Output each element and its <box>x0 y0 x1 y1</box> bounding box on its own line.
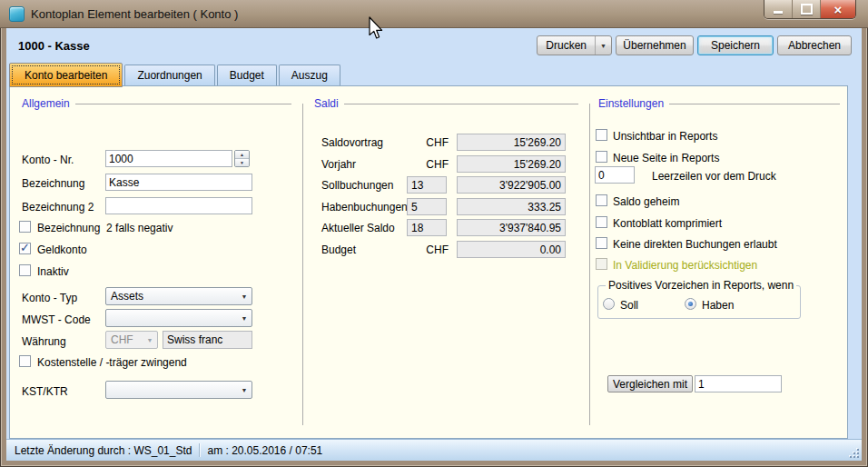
saldi-row-count: 13 <box>407 176 447 194</box>
saldi-row-label: Habenbuchungen <box>321 201 408 214</box>
group-allgemein-title: Allgemein <box>22 97 70 110</box>
tab-zuordnungen[interactable]: Zuordnungen <box>124 65 214 85</box>
saldi-row-amount: 333.25 <box>457 198 566 215</box>
mwst-code-select[interactable]: ▼ <box>105 309 252 327</box>
mwst-code-label: MWST - Code <box>22 313 91 326</box>
group-einstellungen-title: Einstellungen <box>598 97 664 110</box>
haben-radio[interactable] <box>685 298 696 310</box>
waehrung-name-field: Swiss franc <box>163 331 252 349</box>
chevron-down-icon: ▼ <box>237 387 252 393</box>
vergleichen-input[interactable] <box>695 375 782 392</box>
saldi-row-label: Budget <box>321 243 356 256</box>
saldi-row-label: Aktueller Saldo <box>321 222 395 234</box>
saldo-geheim-label: Saldo geheim <box>613 195 679 208</box>
vergleichen-mit-button[interactable]: Vergleichen mit <box>607 375 693 392</box>
saldi-row-currency: CHF <box>407 158 449 171</box>
saldi-row-amount: 15'269.20 <box>457 155 566 173</box>
kostenstelle-checkbox[interactable] <box>19 355 31 367</box>
saldi-row-label: Sollbuchungen <box>321 179 393 192</box>
bezeichnung2-input[interactable] <box>105 197 252 214</box>
group-allgemein-header: Allgemein <box>22 97 291 110</box>
resize-grip[interactable] <box>848 447 860 459</box>
statusbar: Letzte Änderung durch : WS_01_Std am : 2… <box>6 439 862 461</box>
drucken-button-label: Drucken <box>538 36 595 55</box>
bezeichnung2-negativ-checkbox[interactable] <box>19 221 31 233</box>
group-saldi-title: Saldi <box>314 97 339 110</box>
saldo-geheim-checkbox[interactable] <box>596 194 607 206</box>
page-title: 1000 - Kasse <box>18 39 90 53</box>
konto-typ-value: Assets <box>106 290 237 303</box>
geldkonto-checkbox[interactable] <box>19 243 31 254</box>
saldi-row-currency: CHF <box>407 136 449 149</box>
keine-buchungen-checkbox[interactable] <box>596 237 607 249</box>
minimize-icon <box>774 11 783 14</box>
app-icon <box>9 6 25 22</box>
inaktiv-checkbox[interactable] <box>19 264 31 276</box>
status-last-change: Letzte Änderung durch : WS_01_Std <box>15 444 192 457</box>
application-window: Kontoplan Element bearbeiten ( Konto ) ×… <box>0 0 868 467</box>
bezeichnung-label: Bezeichnung <box>22 177 84 190</box>
tab-content: Allgemein Saldi Einstellungen Konto - Nr… <box>9 85 848 439</box>
tab-auszug[interactable]: Auszug <box>279 65 340 85</box>
waehrung-select: CHF ▼ <box>105 331 158 349</box>
saldi-row-amount: 3'922'905.00 <box>457 176 566 194</box>
abbrechen-button[interactable]: Abbrechen <box>777 35 852 55</box>
haben-radio-label: Haben <box>702 299 734 312</box>
vorzeichen-groupbox: Positives Vorzeichen in Reports, wenn So… <box>597 285 801 319</box>
konto-typ-label: Konto - Typ <box>22 292 77 304</box>
tab-strip: Konto bearbeiten Zuordnungen Budget Ausz… <box>9 63 342 85</box>
speichern-button[interactable]: Speichern <box>697 35 774 55</box>
neue-seite-reports-label: Neue Seite in Reports <box>613 152 719 164</box>
chevron-down-icon: ▼ <box>237 315 252 322</box>
close-icon: × <box>834 3 843 16</box>
kostenstelle-label: Kostenstelle / -träger zwingend <box>37 356 187 369</box>
saldi-row-count: 18 <box>407 219 447 236</box>
saldi-row-amount: 15'269.20 <box>457 134 566 151</box>
tab-budget[interactable]: Budget <box>217 65 277 85</box>
status-separator <box>199 443 200 457</box>
tab-konto-bearbeiten[interactable]: Konto bearbeiten <box>9 63 123 87</box>
neue-seite-reports-checkbox[interactable] <box>596 151 607 163</box>
header-buttons: Drucken ▼ Übernehmen Speichern Abbrechen <box>537 35 852 55</box>
divider <box>75 104 291 104</box>
saldi-row-amount: 0.00 <box>457 241 566 258</box>
unsichtbar-reports-label: Unsichtbar in Reports <box>613 130 717 143</box>
minimize-button[interactable] <box>764 0 792 18</box>
drucken-dropdown-arrow[interactable]: ▼ <box>595 36 611 55</box>
spinner-up-button[interactable]: ▲ <box>235 151 249 158</box>
drucken-button[interactable]: Drucken ▼ <box>537 35 612 55</box>
close-button[interactable]: × <box>820 0 855 18</box>
inaktiv-label: Inaktiv <box>37 265 69 278</box>
group-saldi-header: Saldi <box>314 97 578 110</box>
panel-divider <box>302 104 303 425</box>
unsichtbar-reports-checkbox[interactable] <box>596 129 607 141</box>
kontoblatt-komprimiert-label: Kontoblatt komprimiert <box>613 217 722 230</box>
kontoblatt-komprimiert-checkbox[interactable] <box>596 216 607 228</box>
saldi-row-label: Saldovortrag <box>321 136 383 149</box>
maximize-icon <box>801 4 813 15</box>
validierung-checkbox <box>596 258 607 270</box>
divider <box>669 104 840 104</box>
konto-typ-select[interactable]: Assets ▼ <box>105 287 252 305</box>
vorzeichen-legend: Positives Vorzeichen in Reports, wenn <box>606 279 796 292</box>
soll-radio[interactable] <box>603 298 615 310</box>
leerzeilen-input[interactable] <box>595 166 635 184</box>
status-date: am : 20.05.2016 / 07:51 <box>207 444 322 457</box>
konto-nr-spinner: ▲ ▼ <box>234 150 250 167</box>
maximize-button[interactable] <box>792 0 820 18</box>
konto-nr-input[interactable] <box>105 150 232 167</box>
uebernehmen-button[interactable]: Übernehmen <box>616 35 694 55</box>
kst-ktr-select[interactable]: ▼ <box>105 381 252 399</box>
chevron-down-icon: ▼ <box>237 293 252 300</box>
bezeichnung-input[interactable] <box>105 174 252 191</box>
dialog-body: 1000 - Kasse Drucken ▼ Übernehmen Speich… <box>6 28 862 461</box>
spinner-down-button[interactable]: ▼ <box>235 158 249 166</box>
kst-ktr-label: KST/KTR <box>22 385 68 398</box>
bezeichnung2-label: Bezeichnung 2 <box>22 201 94 214</box>
saldi-row-currency: CHF <box>407 243 449 256</box>
waehrung-label: Währung <box>22 335 66 348</box>
chevron-down-icon: ▼ <box>143 337 157 343</box>
bezeichnung2-negativ-label: Bezeichnung 2 falls negativ <box>37 222 173 234</box>
leerzeilen-label: Leerzeilen vor dem Druck <box>652 170 776 183</box>
divider <box>344 104 578 104</box>
